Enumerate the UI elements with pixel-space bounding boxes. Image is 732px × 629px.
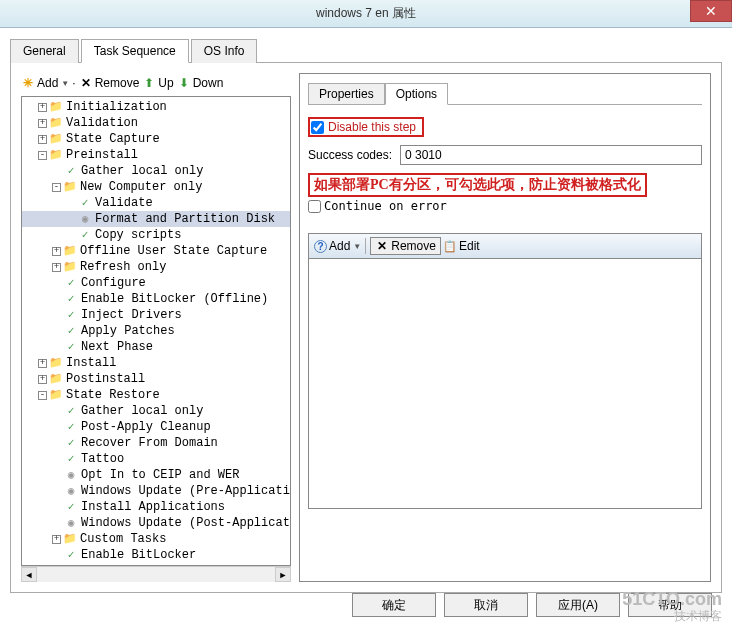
continue-on-error-checkbox[interactable]	[308, 200, 321, 213]
tree-node[interactable]: +📁Custom Tasks	[22, 531, 290, 547]
expand-icon[interactable]: -	[38, 151, 47, 160]
expand-icon[interactable]: +	[38, 359, 47, 368]
conditions-list[interactable]	[308, 259, 702, 509]
annotation-callout: 如果部署PC有分区，可勾选此项，防止资料被格式化	[308, 173, 647, 197]
tree-node[interactable]: ✓Recover From Domain	[22, 435, 290, 451]
tree-node-label: Copy scripts	[95, 227, 181, 243]
tree-node-label: Recover From Domain	[81, 435, 218, 451]
cond-remove-button[interactable]: ✕ Remove	[370, 237, 441, 255]
tree-node[interactable]: ✓Tattoo	[22, 451, 290, 467]
success-codes-label: Success codes:	[308, 148, 400, 162]
expand-icon[interactable]: -	[38, 391, 47, 400]
tree-node[interactable]: ✓Next Phase	[22, 339, 290, 355]
task-tree[interactable]: +📁Initialization+📁Validation+📁State Capt…	[21, 96, 291, 566]
tree-node-label: Custom Tasks	[80, 531, 166, 547]
tree-node[interactable]: +📁Initialization	[22, 99, 290, 115]
cond-add-button[interactable]: Add	[329, 239, 350, 253]
success-codes-input[interactable]	[400, 145, 702, 165]
remove-icon: ✕	[79, 76, 93, 90]
tree-node-label: Enable BitLocker (Offline)	[81, 291, 268, 307]
tree-node[interactable]: ◉Format and Partition Disk	[22, 211, 290, 227]
tree-node-label: Format and Partition Disk	[95, 211, 275, 227]
tree-node[interactable]: ◉Opt In to CEIP and WER	[22, 467, 290, 483]
tree-node-label: Install	[66, 355, 116, 371]
disable-step-input[interactable]	[311, 121, 324, 134]
tree-node[interactable]: ✓Post-Apply Cleanup	[22, 419, 290, 435]
up-button[interactable]: ⬆ Up	[142, 76, 173, 90]
cond-edit-button[interactable]: Edit	[459, 239, 480, 253]
tab-general[interactable]: General	[10, 39, 79, 63]
expand-icon[interactable]: +	[38, 135, 47, 144]
expand-icon[interactable]: +	[38, 119, 47, 128]
expand-icon[interactable]: +	[38, 103, 47, 112]
tree-node-label: Gather local only	[81, 163, 203, 179]
tree-node[interactable]: ✓Gather local only	[22, 403, 290, 419]
tree-node[interactable]: ✓Install Applications	[22, 499, 290, 515]
expand-icon[interactable]: -	[52, 183, 61, 192]
tree-node-label: Windows Update (Post-Application Install…	[81, 515, 291, 531]
tree-node-label: Restore User State	[81, 563, 211, 566]
tree-node[interactable]: +📁Install	[22, 355, 290, 371]
folder-icon: 📁	[63, 180, 77, 194]
down-button[interactable]: ⬇ Down	[177, 76, 224, 90]
close-button[interactable]: ✕	[690, 0, 732, 22]
tree-node[interactable]: -📁Preinstall	[22, 147, 290, 163]
tree-node[interactable]: +📁State Capture	[22, 131, 290, 147]
tab-os-info[interactable]: OS Info	[191, 39, 258, 63]
conditions-toolbar: ? Add ▼ ✕ Remove 📋 Edit	[308, 233, 702, 259]
tab-properties[interactable]: Properties	[308, 83, 385, 105]
tree-node[interactable]: ✓Copy scripts	[22, 227, 290, 243]
remove-icon: ✕	[375, 239, 389, 253]
tree-node[interactable]: ✓Restore User State	[22, 563, 290, 566]
tree-node[interactable]: ✓Apply Patches	[22, 323, 290, 339]
tree-node[interactable]: +📁Postinstall	[22, 371, 290, 387]
expand-icon[interactable]: +	[52, 263, 61, 272]
scroll-right-icon[interactable]: ►	[275, 567, 291, 582]
tree-node[interactable]: ◉Windows Update (Post-Application Instal…	[22, 515, 290, 531]
tree-node[interactable]: ✓Validate	[22, 195, 290, 211]
expand-icon[interactable]: +	[52, 535, 61, 544]
tree-node-label: Apply Patches	[81, 323, 175, 339]
check-icon: ✓	[64, 436, 78, 450]
tree-node[interactable]: +📁Offline User State Capture	[22, 243, 290, 259]
add-button[interactable]: ✳ Add ▼	[21, 76, 69, 90]
tree-node[interactable]: ✓Gather local only	[22, 163, 290, 179]
tree-node[interactable]: +📁Refresh only	[22, 259, 290, 275]
expand-icon[interactable]: +	[38, 375, 47, 384]
tree-node[interactable]: +📁Validation	[22, 115, 290, 131]
horizontal-scrollbar[interactable]: ◄ ►	[21, 566, 291, 582]
tree-node[interactable]: -📁New Computer only	[22, 179, 290, 195]
tree-node[interactable]: ✓Enable BitLocker (Offline)	[22, 291, 290, 307]
disable-step-checkbox[interactable]: Disable this step	[308, 117, 424, 137]
tree-node[interactable]: ✓Configure	[22, 275, 290, 291]
folder-icon: 📁	[49, 356, 63, 370]
apply-button[interactable]: 应用(A)	[536, 593, 620, 617]
tree-node[interactable]: ✓Enable BitLocker	[22, 547, 290, 563]
tab-task-sequence[interactable]: Task Sequence	[81, 39, 189, 63]
tree-node[interactable]: ✓Inject Drivers	[22, 307, 290, 323]
tree-node[interactable]: -📁State Restore	[22, 387, 290, 403]
window-title: windows 7 en 属性	[316, 5, 416, 22]
tree-node-label: Next Phase	[81, 339, 153, 355]
tree-node-label: Inject Drivers	[81, 307, 182, 323]
expand-icon[interactable]: +	[52, 247, 61, 256]
folder-icon: 📁	[49, 388, 63, 402]
check-icon: ✓	[64, 548, 78, 562]
help-button[interactable]: 帮助	[628, 593, 712, 617]
cancel-button[interactable]: 取消	[444, 593, 528, 617]
check-icon: ✓	[64, 404, 78, 418]
tree-node-label: Opt In to CEIP and WER	[81, 467, 239, 483]
check-icon: ✓	[64, 420, 78, 434]
help-icon[interactable]: ?	[314, 240, 327, 253]
tree-node-label: Install Applications	[81, 499, 225, 515]
folder-icon: 📁	[63, 532, 77, 546]
tree-node[interactable]: ◉Windows Update (Pre-Application Install…	[22, 483, 290, 499]
scroll-left-icon[interactable]: ◄	[21, 567, 37, 582]
remove-button[interactable]: ✕ Remove	[79, 76, 140, 90]
ok-button[interactable]: 确定	[352, 593, 436, 617]
tree-node-label: Enable BitLocker	[81, 547, 196, 563]
tree-node-label: Refresh only	[80, 259, 166, 275]
tree-node-label: Postinstall	[66, 371, 145, 387]
check-icon: ✓	[64, 276, 78, 290]
tab-options[interactable]: Options	[385, 83, 448, 105]
